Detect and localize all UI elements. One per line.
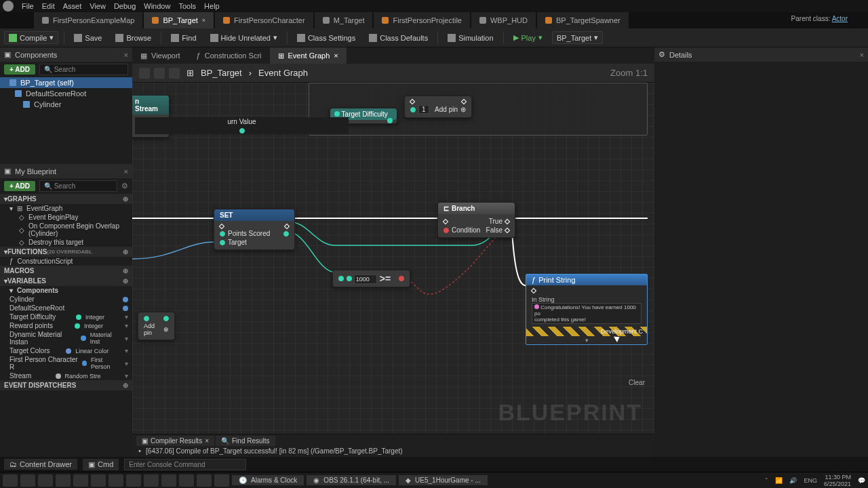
tray-lang[interactable]: ENG: [804, 477, 817, 484]
graph-canvas[interactable]: Target Difficulty 1Add pin ⊕ n Stream: [132, 83, 654, 434]
parent-class-link[interactable]: Actor: [832, 15, 848, 22]
node-branch[interactable]: ⊏Branch True ConditionFalse: [437, 202, 515, 238]
class-defaults-button[interactable]: Class Defaults: [365, 33, 432, 43]
var-cylinder[interactable]: Cylinder: [0, 295, 132, 304]
tab-find-results[interactable]: 🔍Find Results: [216, 436, 275, 446]
var-stream[interactable]: StreamRandom Stre▾: [0, 371, 132, 380]
blueprint-search[interactable]: 🔍 Search: [39, 180, 117, 192]
home-icon[interactable]: [139, 68, 150, 79]
exec-out-pin[interactable]: [284, 224, 290, 229]
tab-fpcharacter[interactable]: FirstPersonCharacter: [215, 12, 313, 28]
tab-eventgraph[interactable]: ⊞Event Graph×: [270, 47, 347, 64]
add-icon[interactable]: ⊕: [123, 277, 128, 285]
comment-box[interactable]: Target Difficulty 1Add pin ⊕: [309, 83, 648, 136]
chevron-down-icon[interactable]: ▾: [125, 347, 128, 354]
menu-debug[interactable]: Debug: [114, 2, 136, 10]
content-drawer-button[interactable]: 🗂Content Drawer: [4, 459, 77, 470]
photoshop-icon[interactable]: [197, 474, 212, 487]
app-icon[interactable]: [161, 474, 176, 487]
add-icon[interactable]: ⊕: [123, 382, 128, 389]
menu-edit[interactable]: Edit: [42, 2, 55, 10]
component-scene-root[interactable]: DefaultSceneRoot: [0, 88, 132, 99]
taskbar-ue5[interactable]: ◆UE5_1HourGame - ...: [399, 475, 488, 485]
close-icon[interactable]: ×: [124, 167, 128, 176]
browse-button[interactable]: Browse: [111, 33, 155, 43]
edge-icon[interactable]: [73, 474, 88, 487]
close-icon[interactable]: ×: [124, 51, 128, 59]
unreal-icon[interactable]: [179, 474, 194, 487]
expand-icon[interactable]: ▾: [526, 336, 647, 344]
pin[interactable]: [220, 231, 225, 237]
macros-section[interactable]: MACROS⊕: [0, 266, 132, 276]
exec-in-pin[interactable]: [531, 288, 536, 293]
exec-in-pin[interactable]: [443, 218, 448, 224]
chevron-down-icon[interactable]: ▾: [125, 322, 128, 329]
add-component-button[interactable]: + ADD: [4, 64, 35, 75]
add-pin-icon[interactable]: ⊕: [460, 106, 466, 113]
var-fpc[interactable]: First Person Character RFirst Person▾: [0, 355, 132, 371]
find-button[interactable]: Find: [167, 33, 200, 43]
tray-date[interactable]: 6/25/2021: [824, 481, 851, 487]
exec-false-pin[interactable]: [505, 227, 510, 232]
condition-pin[interactable]: [443, 228, 449, 233]
start-button[interactable]: [3, 474, 18, 487]
play-button[interactable]: ▶Play▾: [509, 32, 547, 43]
exec-pin[interactable]: [461, 99, 467, 104]
tab-viewport[interactable]: ▦Viewport: [132, 47, 189, 64]
app-icon[interactable]: [126, 474, 141, 487]
exec-true-pin[interactable]: [505, 218, 510, 224]
simulation-button[interactable]: Simulation: [443, 33, 497, 43]
var-difficulty[interactable]: Target DifficultyInteger▾: [0, 312, 132, 321]
tab-wbp-hud[interactable]: WBP_HUD: [471, 12, 536, 28]
save-button[interactable]: Save: [70, 33, 106, 43]
pin[interactable]: [220, 240, 225, 245]
node-print-string[interactable]: ƒPrint String In String Congratulations!…: [526, 274, 648, 345]
tab-bp-target[interactable]: BP_Target×: [144, 12, 214, 28]
tray-notification-icon[interactable]: 💬: [858, 477, 865, 484]
pin[interactable]: [338, 276, 344, 281]
functions-section[interactable]: ▾ FUNCTIONS (20 OVERRIDABL⊕: [0, 247, 132, 257]
gear-icon[interactable]: ⚙: [121, 182, 128, 190]
graph-beginplay[interactable]: ◇Event BeginPlay: [0, 213, 132, 222]
taskbar-obs[interactable]: ◉OBS 26.1.1 (64-bit, ...: [307, 475, 396, 485]
hide-unrelated-button[interactable]: Hide Unrelated▾: [206, 32, 281, 43]
back-icon[interactable]: [154, 68, 165, 79]
menu-file[interactable]: File: [22, 2, 34, 10]
component-cylinder[interactable]: Cylinder: [0, 99, 132, 110]
pin[interactable]: [283, 231, 289, 237]
forward-icon[interactable]: [169, 68, 180, 79]
explorer-icon[interactable]: [38, 474, 53, 487]
system-tray[interactable]: ˄ 📶 🔊 ENG 11:30 PM 6/25/2021 💬: [765, 474, 865, 487]
node-greater-equal[interactable]: >=: [332, 270, 410, 287]
taskview-icon[interactable]: [20, 474, 35, 487]
var-components-head[interactable]: ▾ Components: [0, 286, 132, 295]
close-icon[interactable]: ×: [202, 17, 205, 24]
folder-icon[interactable]: [91, 474, 106, 487]
compile-button[interactable]: Compile▾: [4, 31, 58, 44]
add-icon[interactable]: ⊕: [123, 195, 128, 203]
chevron-down-icon[interactable]: ▾: [125, 335, 128, 342]
graph-destroy[interactable]: ◇Destroy this target: [0, 238, 132, 247]
add-pin-icon[interactable]: ⊕: [163, 326, 169, 333]
menu-asset[interactable]: Asset: [63, 2, 82, 10]
string-pin[interactable]: [534, 304, 539, 309]
tab-construction[interactable]: ƒConstruction Scri: [189, 47, 270, 64]
compare-value-input[interactable]: [354, 274, 377, 284]
tab-projectile[interactable]: FirstPersonProjectile: [374, 12, 469, 28]
chevron-down-icon[interactable]: ▾: [125, 360, 128, 367]
pin[interactable]: [144, 316, 149, 321]
pin[interactable]: [410, 107, 416, 113]
chrome-icon[interactable]: [108, 474, 123, 487]
menu-window[interactable]: Window: [144, 2, 170, 10]
tab-m-target[interactable]: M_Target: [315, 12, 373, 28]
var-colors[interactable]: Target ColorsLinear Color▾: [0, 346, 132, 355]
menu-view[interactable]: View: [90, 2, 106, 10]
tab-spawner[interactable]: BP_TargetSpawner: [537, 12, 629, 28]
debug-target-selector[interactable]: BP_Target▾: [552, 31, 603, 44]
tray-sound-icon[interactable]: 🔊: [789, 477, 797, 484]
bool-pin[interactable]: [399, 276, 404, 281]
notepad-icon[interactable]: [56, 474, 71, 487]
dispatchers-section[interactable]: EVENT DISPATCHERS⊕: [0, 380, 132, 390]
tray-network-icon[interactable]: 📶: [775, 477, 783, 484]
exec-in-pin[interactable]: [219, 224, 224, 229]
